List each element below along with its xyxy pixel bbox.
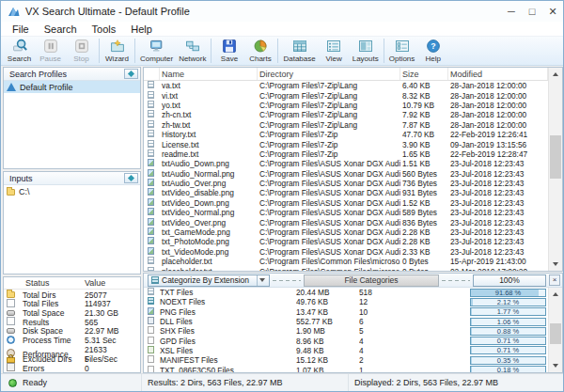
category-row[interactable]: MANIFEST Files 15.12 KB 2 0.35 % (144, 355, 562, 365)
category-percent-bar: 0.35 % (470, 356, 546, 365)
file-type-icon (148, 247, 154, 255)
size-column-header[interactable]: Size (400, 68, 448, 80)
status-label: Disk Space (23, 326, 85, 336)
options-button[interactable]: Options (386, 38, 418, 65)
file-row[interactable]: zh-cn.txt C:\Program Files\7-Zip\Lang 7.… (144, 110, 562, 119)
scrollbar-thumb[interactable] (550, 323, 561, 344)
close-categories-icon[interactable]: × (549, 274, 560, 286)
view-button[interactable]: View (319, 38, 350, 65)
file-directory: C:\Program Files\ASUS Xonar DGX Audio... (258, 237, 400, 246)
category-row[interactable]: SHX Files 1.90 MB 5 0.88 % (144, 326, 562, 336)
menu-item[interactable]: Search (37, 24, 85, 35)
layouts-button[interactable]: Layouts (350, 38, 382, 65)
file-type-icon (148, 218, 154, 226)
category-type-icon (148, 297, 154, 305)
menu-item[interactable]: Tools (85, 24, 124, 35)
file-modified: 28-Jan-2018 12:00:00 (448, 120, 548, 130)
file-row[interactable]: placeholder.txt C:\Program Files\Common … (144, 257, 562, 266)
file-name: txtAudio_Normal.png (160, 169, 258, 179)
save-button[interactable]: Save (213, 38, 244, 65)
file-row[interactable]: History.txt C:\Program Files\7-Zip 47.70… (144, 130, 562, 139)
file-size: 2.33 KB (400, 247, 448, 257)
category-row[interactable]: NOEXT Files 49.76 KB 12 2.12 % (144, 297, 562, 306)
panel-options-icon[interactable] (124, 69, 138, 79)
file-row[interactable]: txtAudio_Normal.png C:\Program Files\ASU… (144, 169, 562, 179)
file-row[interactable]: License.txt C:\Program Files\7-Zip 3.90 … (144, 139, 562, 149)
file-row[interactable]: zh-tw.txt C:\Program Files\7-Zip\Lang 7.… (144, 120, 562, 130)
scroll-up-icon[interactable] (549, 288, 562, 301)
window-title: VX Search Ultimate - Default Profile (25, 6, 190, 17)
file-row[interactable]: txt_GameMode.png C:\Program Files\ASUS X… (144, 227, 562, 237)
file-row[interactable]: placeholder.txt C:\Program Files\Common … (144, 266, 562, 271)
file-row[interactable]: txtVideo_Over.png C:\Program Files\ASUS … (144, 217, 562, 227)
category-type-icon (148, 307, 154, 315)
category-row[interactable]: GPD Files 8.96 KB 4 0.71 % (144, 336, 562, 345)
category-size: 552.77 KB (296, 317, 359, 326)
file-row[interactable]: yo.txt C:\Program Files\7-Zip\Lang 10.79… (144, 101, 562, 110)
categories-scrollbar[interactable] (548, 288, 562, 372)
categorize-dropdown[interactable]: Categorize By Extension (148, 274, 270, 287)
file-row[interactable]: txtVideo_Down.png C:\Program Files\ASUS … (144, 198, 562, 208)
file-row[interactable]: txtVideo_disable.png C:\Program Files\AS… (144, 188, 562, 197)
directory-column-header[interactable]: Directory (258, 68, 400, 80)
category-row[interactable]: DLL Files 552.77 KB 6 1.06 % (144, 317, 562, 326)
file-row[interactable]: txtAudio_Down.png C:\Program Files\ASUS … (144, 159, 562, 168)
minimize-button[interactable]: ─ (501, 1, 522, 22)
computer-button[interactable]: Computer (137, 38, 176, 65)
scroll-down-icon[interactable] (549, 359, 562, 372)
status-value: 0 (85, 364, 140, 373)
file-row[interactable]: vi.txt C:\Program Files\7-Zip\Lang 8.32 … (144, 90, 562, 100)
close-button[interactable]: ✕ (542, 1, 563, 22)
input-item[interactable]: C:\ (4, 185, 140, 197)
file-categories-button[interactable]: File Categories (304, 274, 439, 287)
panel-options-icon[interactable] (124, 173, 138, 183)
wizard-button[interactable]: Wizard (102, 38, 133, 65)
modified-column-header[interactable]: Modified (448, 68, 548, 80)
category-name: SHX Files (160, 326, 296, 336)
charts-button[interactable]: Charts (244, 38, 275, 65)
file-row[interactable]: txtAudio_Over.png C:\Program Files\ASUS … (144, 179, 562, 188)
file-list-scrollbar[interactable] (548, 68, 562, 271)
file-name: txtAudio_Over.png (160, 179, 258, 188)
network-button[interactable]: Network (176, 38, 209, 65)
file-row[interactable]: txt_VideoMode.png C:\Program Files\ASUS … (144, 247, 562, 257)
zoom-level-box[interactable]: 100% (473, 274, 546, 287)
database-button[interactable]: Database (280, 38, 318, 65)
file-directory: C:\Program Files\7-Zip\Lang (258, 81, 400, 90)
help-icon: ? (426, 39, 441, 54)
file-row[interactable]: txt_PhotoMode.png C:\Program Files\ASUS … (144, 237, 562, 246)
file-type-icon (148, 237, 154, 244)
file-row[interactable]: readme.txt C:\Program Files\7-Zip 1.65 K… (144, 149, 562, 159)
percent-label: 1.06 % (471, 319, 545, 326)
category-row[interactable]: PNG Files 13.47 KB 10 1.77 % (144, 307, 562, 317)
file-name: txtVideo_Over.png (160, 218, 258, 227)
category-type-icon (148, 366, 154, 372)
file-type-icon (148, 198, 154, 206)
status-column-header[interactable]: Status (25, 278, 85, 288)
menu-item[interactable]: Help (123, 24, 160, 35)
file-row[interactable]: txtVideo_Normal.png C:\Program Files\ASU… (144, 208, 562, 217)
file-type-icon (148, 91, 154, 99)
status-row: Process Time 5.31 Sec (4, 336, 140, 345)
category-row[interactable]: TXT_086F3C50 Files 1.07 KB 1 0.18 % (144, 365, 562, 372)
percent-label: 91.68 % (471, 290, 545, 297)
file-type-icon (148, 188, 154, 196)
help-button[interactable]: ? Help (417, 38, 448, 65)
category-row[interactable]: TXT Files 20.44 MB 518 91.68 % (144, 288, 562, 297)
maximize-button[interactable]: □ (522, 1, 542, 22)
ready-status-icon (8, 379, 17, 387)
profile-item[interactable]: Default Profile (4, 81, 140, 93)
file-modified: 23-Jul-2018 12:23:43 (448, 188, 548, 197)
file-modified: 23-Jul-2018 12:23:43 (448, 159, 548, 168)
ready-label: Ready (23, 378, 47, 387)
scroll-up-icon[interactable] (549, 68, 562, 81)
value-column-header[interactable]: Value (85, 278, 140, 288)
percent-label: 2.12 % (471, 299, 545, 306)
category-row[interactable]: XSL Files 9.48 KB 4 0.71 % (144, 346, 562, 355)
file-row[interactable]: va.txt C:\Program Files\7-Zip\Lang 6.40 … (144, 81, 562, 90)
name-column-header[interactable]: Name (160, 68, 258, 80)
search-button[interactable]: Search (4, 38, 35, 65)
menu-item[interactable]: File (5, 24, 37, 35)
scrollbar-thumb[interactable] (550, 135, 561, 179)
scroll-down-icon[interactable] (549, 258, 562, 271)
